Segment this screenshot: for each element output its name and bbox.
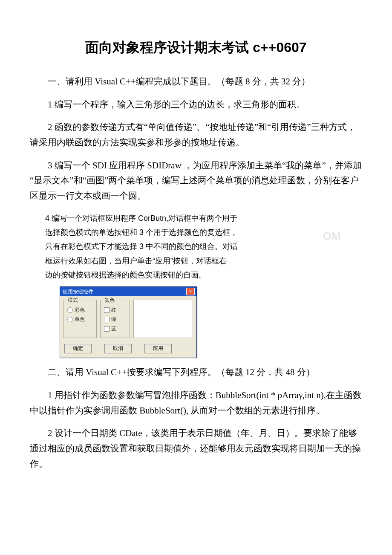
radio-mono-label: 单色 — [75, 316, 85, 323]
radio-mono-row[interactable]: 单色 — [67, 316, 93, 323]
radio-color-row[interactable]: 彩色 — [67, 306, 93, 314]
checkbox-icon — [104, 307, 110, 313]
document-page: 面向对象程序设计期末考试 c++0607 一、请利用 Visual C++编程完… — [0, 0, 392, 505]
q4-line: 框运行效果如右图，当用户单击“应用”按钮，对话框右 — [30, 254, 362, 268]
section1-q4: OM 4 编写一个对话框应用程序 CorButn,对话框中有两个用于 选择颜色模… — [30, 211, 362, 282]
section2-heading: 二、请用 Visual C++按要求编写下列程序。（每题 12 分，共 48 分… — [30, 365, 362, 380]
dialog-preview: 使用按钮控件 × 模式 彩色 单色 颜色 红 — [60, 286, 197, 358]
section1-q1: 1 编写一个程序，输入三角形的三个边的边长，求三角形的面积。 — [30, 97, 362, 113]
q4-line: 4 编写一个对话框应用程序 CorButn,对话框中有两个用于 — [30, 211, 362, 225]
q4-line: 只有在彩色模式下才能选择 3 中不同的颜色的组合。对话 — [30, 240, 362, 254]
dialog-title: 使用按钮控件 — [63, 288, 93, 295]
cancel-button[interactable]: 取消 — [104, 344, 132, 353]
group-mode: 模式 彩色 单色 — [63, 300, 97, 338]
check-red-label: 红 — [111, 306, 116, 314]
check-red-row[interactable]: 红 — [104, 306, 126, 314]
section1-heading: 一、请利用 Visual C++编程完成以下题目。（每题 8 分，共 32 分） — [30, 74, 362, 90]
dialog-body: 模式 彩色 单色 颜色 红 绿 — [60, 296, 196, 341]
checkbox-icon — [104, 326, 110, 332]
dialog-titlebar: 使用按钮控件 × — [60, 287, 196, 296]
radio-icon — [67, 307, 73, 313]
radio-color-label: 彩色 — [75, 306, 85, 314]
ok-button[interactable]: 确定 — [64, 344, 92, 353]
check-blue-label: 蓝 — [111, 325, 116, 332]
preview-panel — [133, 300, 193, 338]
check-green-row[interactable]: 绿 — [104, 316, 126, 323]
group-color: 颜色 红 绿 蓝 — [100, 300, 130, 338]
check-blue-row[interactable]: 蓝 — [104, 325, 126, 332]
q4-line: 边的按键按钮根据选择的颜色实现按钮的自画。 — [30, 268, 362, 282]
group-color-legend: 颜色 — [103, 297, 116, 304]
checkbox-icon — [104, 317, 110, 322]
radio-icon — [67, 317, 73, 322]
page-title: 面向对象程序设计期末考试 c++0607 — [30, 38, 362, 57]
section2-q1: 1 用指针作为函数参数编写冒泡排序函数：BubbleSort(int * pAr… — [30, 388, 362, 418]
section2-q2: 2 设计一个日期类 CDate，该类用于表示日期值（年、月、日）。要求除了能够通… — [30, 426, 362, 471]
apply-button[interactable]: 应用 — [144, 344, 172, 353]
dialog-buttons: 确定 取消 应用 — [60, 341, 196, 358]
section1-q3: 3 编写一个 SDI 应用程序 SDIDraw ，为应用程序添加主菜单“我的菜单… — [30, 158, 362, 204]
close-icon[interactable]: × — [186, 288, 195, 295]
section1-q2: 2 函数的参数传递方式有“单向值传递”、“按地址传递”和“引用传递”三种方式， … — [30, 120, 362, 150]
check-green-label: 绿 — [111, 316, 116, 323]
group-mode-legend: 模式 — [66, 297, 79, 304]
q4-line: 选择颜色模式的单选按钮和 3 个用于选择颜色的复选框， — [30, 225, 362, 240]
